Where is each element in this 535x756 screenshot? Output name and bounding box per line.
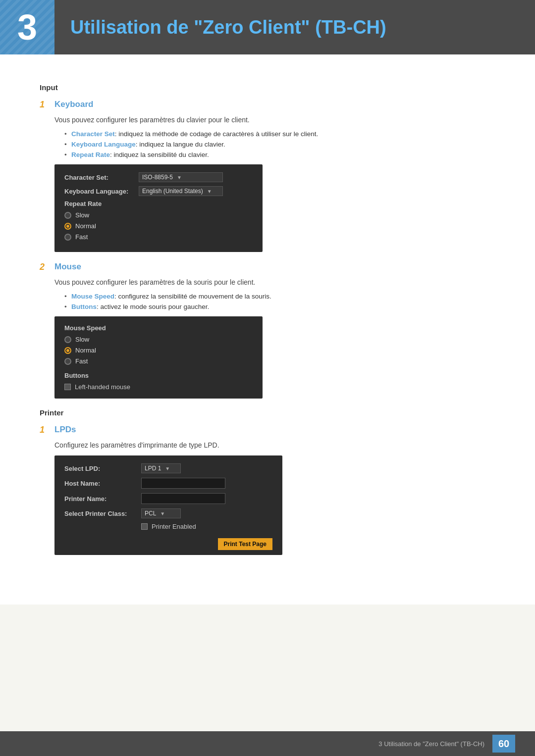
keyboard-bullets: Character Set: indiquez la méthode de co… <box>64 130 495 158</box>
mouse-number: 2 <box>40 262 50 272</box>
page-content: Input 1 Keyboard Vous pouvez configurer … <box>0 54 535 605</box>
repeat-rate-label: Repeat Rate <box>64 200 253 207</box>
keyboard-config-box: Character Set: ISO-8859-5 ▼ Keyboard Lan… <box>54 164 263 252</box>
page-header: 3 Utilisation de "Zero Client" (TB-CH) <box>0 0 535 54</box>
repeat-rate-normal-label: Normal <box>75 222 96 230</box>
mouse-fast-label: Fast <box>75 357 88 365</box>
bullet-keyboard-language: Keyboard Language: indiquez la langue du… <box>64 141 495 148</box>
chevron-down-icon-3: ▼ <box>165 466 170 471</box>
page-number-box: 60 <box>492 735 515 753</box>
repeat-rate-slow[interactable]: Slow <box>64 211 253 219</box>
mouse-speed-normal[interactable]: Normal <box>64 347 253 354</box>
print-test-page-button[interactable]: Print Test Page <box>218 538 272 550</box>
lpds-item: 1 LPDs <box>40 425 495 435</box>
keyboard-language-value: English (United States) <box>142 188 203 195</box>
print-test-row: Print Test Page <box>64 536 272 550</box>
term-buttons: Buttons <box>71 303 97 310</box>
left-handed-mouse-row[interactable]: Left-handed mouse <box>64 383 253 391</box>
mouse-title: Mouse <box>54 262 81 272</box>
select-printer-class-row: Select Printer Class: PCL ▼ <box>64 508 272 518</box>
term-character-set: Character Set <box>71 130 115 138</box>
mouse-item: 2 Mouse <box>40 262 495 272</box>
select-lpd-row: Select LPD: LPD 1 ▼ <box>64 463 272 473</box>
character-set-label: Character Set: <box>64 174 139 181</box>
printer-enabled-label: Printer Enabled <box>152 523 196 530</box>
chevron-down-icon: ▼ <box>177 175 182 180</box>
host-name-input[interactable] <box>141 478 225 489</box>
keyboard-number: 1 <box>40 100 50 110</box>
mouse-description: Vous pouvez configurer les paramètres de… <box>54 277 495 288</box>
lpd-config-box: Select LPD: LPD 1 ▼ Host Name: Printer N… <box>54 455 282 555</box>
text-character-set: : indiquez la méthode de codage de carac… <box>115 130 318 138</box>
page-footer: 3 Utilisation de "Zero Client" (TB-CH) 6… <box>0 731 535 756</box>
host-name-label: Host Name: <box>64 480 141 487</box>
text-buttons: : activez le mode souris pour gaucher. <box>97 303 209 310</box>
repeat-rate-slow-label: Slow <box>75 211 89 219</box>
buttons-group: Buttons Left-handed mouse <box>64 372 253 391</box>
printer-enabled-checkbox-row[interactable]: Printer Enabled <box>141 523 196 530</box>
repeat-rate-group: Repeat Rate Slow Normal Fast <box>64 200 253 241</box>
chevron-down-icon-4: ▼ <box>160 511 165 516</box>
bullet-buttons: Buttons: activez le mode souris pour gau… <box>64 303 495 310</box>
page-number: 60 <box>498 738 509 750</box>
buttons-label: Buttons <box>64 372 253 379</box>
select-printer-class-label: Select Printer Class: <box>64 510 141 517</box>
radio-mouse-normal[interactable] <box>64 347 71 354</box>
chapter-title: Utilisation de "Zero Client" (TB-CH) <box>54 17 386 38</box>
printer-name-input[interactable] <box>141 493 225 504</box>
keyboard-language-row: Keyboard Language: English (United State… <box>64 186 253 196</box>
printer-enabled-row: Printer Enabled <box>64 523 272 530</box>
printer-section: Printer 1 LPDs Configurez les paramètres… <box>40 408 495 555</box>
lpds-number: 1 <box>40 425 50 435</box>
text-mouse-speed: : configurez la sensibilité de mouvement… <box>114 293 271 300</box>
mouse-speed-group: Mouse Speed Slow Normal Fast <box>64 324 253 365</box>
text-repeat-rate: : indiquez la sensibilité du clavier. <box>110 151 209 158</box>
printer-section-heading: Printer <box>40 408 495 417</box>
mouse-slow-label: Slow <box>75 336 89 343</box>
radio-mouse-slow[interactable] <box>64 336 71 343</box>
footer-text: 3 Utilisation de "Zero Client" (TB-CH) <box>378 740 484 748</box>
mouse-speed-label: Mouse Speed <box>64 324 253 332</box>
keyboard-language-select[interactable]: English (United States) ▼ <box>139 186 223 196</box>
keyboard-title: Keyboard <box>54 100 93 109</box>
chapter-number: 3 <box>17 7 37 48</box>
mouse-config-box: Mouse Speed Slow Normal Fast Buttons <box>54 316 263 399</box>
input-section-heading: Input <box>40 83 495 92</box>
select-lpd-dropdown[interactable]: LPD 1 ▼ <box>141 463 181 473</box>
select-printer-class-dropdown[interactable]: PCL ▼ <box>141 508 181 518</box>
character-set-value: ISO-8859-5 <box>142 174 173 181</box>
lpds-description: Configurez les paramètres d'imprimante d… <box>54 440 495 451</box>
left-handed-label: Left-handed mouse <box>75 383 130 391</box>
radio-slow[interactable] <box>64 212 71 219</box>
host-name-row: Host Name: <box>64 478 272 489</box>
term-mouse-speed: Mouse Speed <box>71 293 114 300</box>
keyboard-description: Vous pouvez configurer les paramètres du… <box>54 115 495 125</box>
mouse-speed-fast[interactable]: Fast <box>64 357 253 365</box>
character-set-select[interactable]: ISO-8859-5 ▼ <box>139 172 223 182</box>
repeat-rate-fast-label: Fast <box>75 233 88 241</box>
select-lpd-value: LPD 1 <box>145 465 161 472</box>
printer-name-label: Printer Name: <box>64 495 141 503</box>
radio-fast[interactable] <box>64 234 71 241</box>
select-printer-class-value: PCL <box>145 510 156 517</box>
printer-name-row: Printer Name: <box>64 493 272 504</box>
chapter-number-box: 3 <box>0 0 54 54</box>
bullet-mouse-speed: Mouse Speed: configurez la sensibilité d… <box>64 293 495 300</box>
mouse-normal-label: Normal <box>75 347 96 354</box>
term-repeat-rate: Repeat Rate <box>71 151 110 158</box>
left-handed-checkbox[interactable] <box>64 384 71 390</box>
radio-normal[interactable] <box>64 223 71 230</box>
select-lpd-label: Select LPD: <box>64 465 141 472</box>
repeat-rate-fast[interactable]: Fast <box>64 233 253 241</box>
repeat-rate-normal[interactable]: Normal <box>64 222 253 230</box>
lpds-title: LPDs <box>54 425 76 435</box>
term-keyboard-language: Keyboard Language <box>71 141 136 148</box>
mouse-speed-slow[interactable]: Slow <box>64 336 253 343</box>
bullet-character-set: Character Set: indiquez la méthode de co… <box>64 130 495 138</box>
input-section: Input 1 Keyboard Vous pouvez configurer … <box>40 83 495 399</box>
keyboard-language-label: Keyboard Language: <box>64 188 139 195</box>
radio-mouse-fast[interactable] <box>64 358 71 365</box>
printer-enabled-checkbox[interactable] <box>141 523 148 530</box>
text-keyboard-language: : indiquez la langue du clavier. <box>136 141 225 148</box>
bullet-repeat-rate: Repeat Rate: indiquez la sensibilité du … <box>64 151 495 158</box>
